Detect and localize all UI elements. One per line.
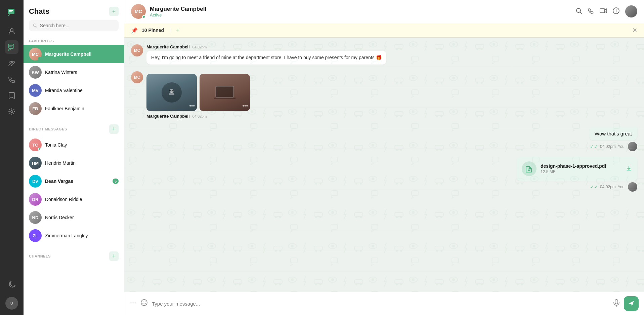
message-time: 04:02pm [192, 114, 207, 118]
svg-rect-24 [169, 90, 171, 91]
sidebar-item-norris-decker[interactable]: ND Norris Decker [24, 208, 124, 227]
message-time: 04:02pm [192, 45, 207, 49]
sent-message-bubble: Wow that's great [589, 127, 637, 141]
icon-rail: U [0, 0, 24, 315]
contact-name: Donaldson Riddle [45, 197, 119, 202]
message-time: 04:02pm [600, 144, 616, 149]
contact-name: Katrina Winters [45, 70, 119, 75]
new-dm-button[interactable]: + [109, 124, 119, 134]
contact-name: Marguerite Campbell [45, 51, 119, 57]
avatar: HM [29, 157, 42, 169]
sidebar-item-katrina-winters[interactable]: KW Katrina Winters [24, 63, 124, 81]
svg-point-29 [131, 302, 132, 303]
sidebar-header: Chats + [24, 0, 124, 20]
sidebar-item-miranda-valentine[interactable]: MV Miranda Valentine [24, 81, 124, 100]
profile-icon[interactable] [5, 24, 18, 38]
channels-section-label: CHANNELS + [24, 249, 124, 263]
sender-label: You [618, 185, 625, 189]
contacts-icon[interactable] [5, 56, 18, 70]
call-icon[interactable] [588, 7, 594, 16]
sidebar-item-hendrix-martin[interactable]: HM Hendrix Martin [24, 154, 124, 172]
video-call-icon[interactable] [600, 8, 607, 15]
contact-name: Hendrix Martin [45, 160, 119, 166]
download-icon[interactable] [626, 165, 632, 173]
current-user-avatar [625, 5, 637, 17]
brand-icon [5, 5, 18, 19]
chat-header: MC Marguerite Campbell Active [124, 0, 644, 23]
svg-rect-4 [8, 44, 14, 48]
chat-image[interactable]: ••• [200, 74, 250, 111]
online-indicator [142, 15, 145, 18]
svg-point-3 [10, 29, 13, 31]
svg-point-34 [145, 302, 145, 302]
sender-avatar [628, 182, 637, 192]
sidebar-item-faulkner-benjamin[interactable]: FB Faulkner Benjamin [24, 100, 124, 118]
svg-rect-28 [627, 170, 631, 170]
unread-badge: 5 [113, 179, 119, 184]
input-bar [124, 292, 644, 315]
search-box[interactable] [29, 20, 119, 31]
avatar: MC [29, 48, 42, 61]
svg-rect-2 [9, 11, 12, 12]
svg-point-7 [10, 61, 12, 63]
contact-name: Norris Decker [45, 215, 119, 220]
avatar: MV [29, 84, 42, 97]
close-pinned-bar-button[interactable]: ✕ [632, 27, 637, 34]
sidebar-title: Chats [29, 7, 49, 16]
svg-rect-25 [172, 90, 174, 91]
sidebar-item-dean-vargas[interactable]: DV Dean Vargas 5 [24, 172, 124, 190]
contact-name: Tonia Clay [45, 142, 119, 148]
info-icon[interactable] [612, 7, 620, 16]
messages-area[interactable]: MC Marguerite Campbell 04:02pm Hey, I'm … [124, 38, 644, 292]
message-time: 04:02pm [600, 185, 616, 189]
header-actions [575, 5, 637, 17]
send-button[interactable] [624, 296, 639, 311]
new-channel-button[interactable]: + [109, 251, 119, 261]
emoji-button[interactable] [140, 299, 148, 308]
calls-icon[interactable] [5, 73, 18, 86]
contact-name: Zimmerman Langley [45, 233, 119, 238]
sidebar-item-tonia-clay[interactable]: TC Tonia Clay [24, 136, 124, 154]
svg-point-32 [141, 300, 147, 306]
svg-rect-35 [615, 300, 618, 304]
chat-icon[interactable] [5, 40, 18, 54]
message-content: Marguerite Campbell 04:02pm Hey, I'm goi… [146, 44, 386, 65]
file-name: design-phase-1-approved.pdf [541, 163, 622, 169]
microphone-button[interactable] [613, 299, 620, 308]
avatar: FB [29, 102, 42, 115]
new-chat-button[interactable]: + [109, 7, 119, 16]
chat-main: MC Marguerite Campbell Active [124, 0, 644, 315]
message-meta: ✓✓ 04:02pm You [590, 142, 637, 151]
more-options-button[interactable] [130, 300, 136, 308]
user-avatar[interactable]: U [5, 297, 18, 310]
svg-point-9 [11, 111, 13, 113]
contact-status: Active [150, 12, 571, 17]
sidebar-item-marguerite-campbell[interactable]: MC Marguerite Campbell [24, 45, 124, 63]
file-info: design-phase-1-approved.pdf 12.5 MB [541, 163, 622, 174]
search-icon [33, 23, 37, 28]
dark-mode-icon[interactable] [5, 278, 18, 291]
message-input[interactable] [152, 301, 609, 307]
avatar: TC [29, 139, 42, 151]
avatar: ZL [29, 229, 42, 242]
sent-file-group: design-phase-1-approved.pdf 12.5 MB ✓✓ 0… [131, 157, 637, 192]
pin-icon: 📌 [131, 27, 138, 34]
search-icon[interactable] [575, 7, 582, 16]
sidebar-item-zimmerman-langley[interactable]: ZL Zimmerman Langley [24, 227, 124, 245]
pinned-label: 10 Pinned [142, 28, 164, 33]
message-group: MC ••• [131, 71, 637, 120]
contact-name: Marguerite Campbell [150, 6, 571, 12]
add-pin-button[interactable]: + [176, 27, 180, 34]
sender-name: Marguerite Campbell [146, 44, 190, 49]
bookmarks-icon[interactable] [5, 89, 18, 102]
settings-icon[interactable] [5, 105, 18, 118]
file-icon [522, 161, 536, 176]
svg-point-8 [12, 61, 14, 63]
chat-image[interactable]: ••• [146, 74, 197, 111]
read-receipt-icon: ✓✓ [590, 144, 598, 149]
sidebar-item-donaldson-riddle[interactable]: DR Donaldson Riddle [24, 190, 124, 208]
search-input[interactable] [40, 23, 115, 28]
file-size: 12.5 MB [541, 169, 622, 174]
contact-name: Dean Vargas [45, 179, 109, 184]
pinned-bar: 📌 10 Pinned | + ✕ [124, 23, 644, 38]
